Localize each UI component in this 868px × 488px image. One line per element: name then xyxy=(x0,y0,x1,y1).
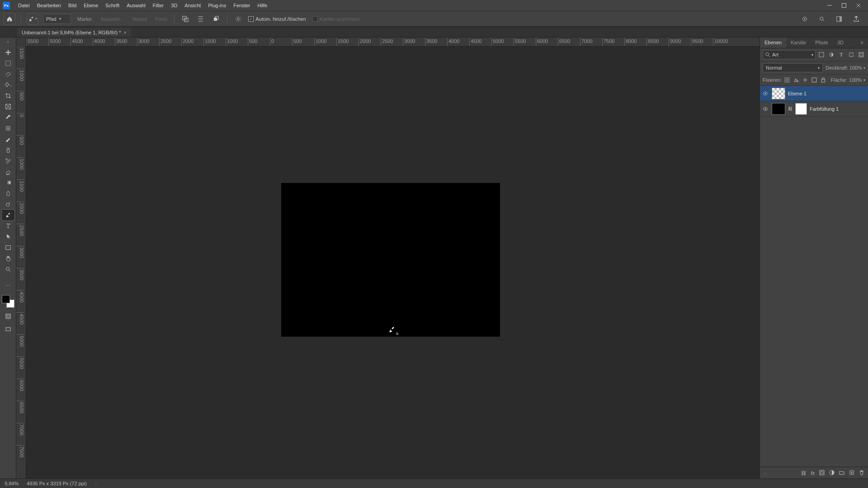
visibility-toggle-icon[interactable] xyxy=(762,90,769,97)
blend-mode-dropdown[interactable]: Normal▾ xyxy=(763,63,823,72)
vertical-ruler[interactable]: 1500100050005001000150020002500300035004… xyxy=(16,47,26,479)
menu-plug-ins[interactable]: Plug-ins xyxy=(204,1,230,9)
panel-tab-pfade[interactable]: Pfade xyxy=(811,38,833,48)
menu-filter[interactable]: Filter xyxy=(149,1,167,9)
panel-tab-3d[interactable]: 3D xyxy=(833,38,848,48)
path-operations-icon[interactable] xyxy=(180,14,191,24)
foreground-color-swatch[interactable] xyxy=(2,295,10,303)
rect-marquee-tool[interactable] xyxy=(2,58,14,69)
eraser-tool[interactable] xyxy=(2,166,14,177)
lock-image-icon[interactable] xyxy=(793,76,800,84)
panel-tab-kanäle[interactable]: Kanäle xyxy=(786,38,811,48)
layer-name[interactable]: Farbfüllung 1 xyxy=(810,106,839,112)
spot-heal-tool[interactable] xyxy=(2,123,14,134)
tool-mode-dropdown[interactable]: Pfad ▾ xyxy=(43,14,71,24)
menu-ansicht[interactable]: Ansicht xyxy=(181,1,204,9)
shape-button[interactable]: Form xyxy=(154,16,169,22)
document-canvas[interactable] xyxy=(282,183,500,336)
lasso-tool[interactable] xyxy=(2,69,14,80)
filter-adjust-icon[interactable] xyxy=(827,51,835,59)
delete-layer-icon[interactable] xyxy=(859,470,864,476)
layer-row[interactable]: ⛓ Farbfüllung 1 xyxy=(760,101,868,117)
lock-artboard-icon[interactable] xyxy=(811,76,818,84)
opacity-value[interactable]: 100% xyxy=(849,65,862,70)
lock-all-icon[interactable] xyxy=(820,76,827,84)
screen-mode-icon[interactable] xyxy=(4,325,13,334)
add-mask-icon[interactable] xyxy=(819,470,825,476)
zoom-level[interactable]: 9,84% xyxy=(5,481,19,486)
maximize-button[interactable] xyxy=(837,1,851,10)
cloud-docs-icon[interactable] xyxy=(799,14,810,24)
auto-add-delete-checkbox[interactable]: ✓ Autom. hinzuf./löschen xyxy=(248,16,306,22)
new-layer-icon[interactable] xyxy=(849,470,854,476)
path-alignment-icon[interactable] xyxy=(195,14,206,24)
path-select-tool[interactable] xyxy=(2,231,14,242)
history-brush-tool[interactable] xyxy=(2,155,14,166)
home-button[interactable] xyxy=(4,13,15,25)
canvas-stage[interactable]: o xyxy=(26,47,760,479)
rectangle-tool[interactable] xyxy=(2,242,14,253)
menu-3d[interactable]: 3D xyxy=(167,1,181,9)
filter-type-icon[interactable]: T xyxy=(837,51,845,59)
menu-schrift[interactable]: Schrift xyxy=(102,1,123,9)
menu-ebene[interactable]: Ebene xyxy=(80,1,102,9)
menu-bearbeiten[interactable]: Bearbeiten xyxy=(33,1,65,9)
clone-tool[interactable] xyxy=(2,145,14,155)
frame-tool[interactable] xyxy=(2,101,14,112)
eyedropper-tool[interactable] xyxy=(2,112,14,123)
minimize-button[interactable] xyxy=(823,1,836,10)
dodge-tool[interactable] xyxy=(2,199,14,210)
quick-mask-icon[interactable] xyxy=(4,312,13,321)
menu-auswahl[interactable]: Auswahl xyxy=(123,1,149,9)
layer-thumbnail[interactable] xyxy=(772,88,785,99)
path-arrangement-icon[interactable] xyxy=(211,14,222,24)
move-tool[interactable] xyxy=(2,47,14,58)
layer-mask-thumbnail[interactable] xyxy=(795,103,807,115)
current-tool-icon[interactable]: ▾ xyxy=(27,13,38,25)
new-group-icon[interactable] xyxy=(839,470,844,476)
menu-bild[interactable]: Bild xyxy=(65,1,80,9)
document-tab[interactable]: Unbenannt-1 bei 9,84% (Ebene 1, RGB/8#) … xyxy=(17,28,131,37)
share-icon[interactable] xyxy=(851,14,862,24)
lock-transparent-icon[interactable] xyxy=(783,76,791,84)
layer-thumbnail[interactable] xyxy=(772,103,785,115)
brush-tool[interactable] xyxy=(2,134,14,145)
pen-tool[interactable] xyxy=(2,210,14,221)
new-fill-adjust-icon[interactable] xyxy=(829,470,835,476)
toolbox-collapse-icon[interactable]: » xyxy=(4,39,12,44)
close-tab-icon[interactable]: × xyxy=(124,30,127,35)
gear-icon[interactable] xyxy=(233,14,244,24)
menu-hilfe[interactable]: Hilfe xyxy=(254,1,271,9)
selection-button[interactable]: Auswahl… xyxy=(99,16,127,22)
layer-name[interactable]: Ebene 1 xyxy=(788,91,807,96)
link-layers-icon[interactable]: ⛓ xyxy=(801,470,806,476)
layer-filter-dropdown[interactable]: Art ▾ xyxy=(763,50,816,59)
filter-smart-icon[interactable] xyxy=(857,51,865,59)
filter-pixel-icon[interactable] xyxy=(817,51,826,59)
panel-tab-ebenen[interactable]: Ebenen xyxy=(760,38,786,48)
align-edges-checkbox[interactable]: Kanten ausrichten xyxy=(311,16,362,22)
visibility-toggle-icon[interactable] xyxy=(762,105,769,113)
gradient-tool[interactable] xyxy=(2,177,14,188)
magic-wand-tool[interactable] xyxy=(2,80,14,90)
panel-menu-icon[interactable]: ≡ xyxy=(856,38,868,48)
type-tool[interactable] xyxy=(2,221,14,231)
mask-button[interactable]: Maske xyxy=(131,16,149,22)
more-tools-icon[interactable]: ⋯ xyxy=(2,280,14,291)
filter-shape-icon[interactable] xyxy=(847,51,855,59)
fill-value[interactable]: 100% xyxy=(849,77,862,83)
doc-dimensions[interactable]: 4936 Px x 3319 Px (72 ppi) xyxy=(27,481,87,486)
color-swatches[interactable] xyxy=(2,295,14,308)
link-mask-icon[interactable]: ⛓ xyxy=(788,106,793,111)
workspace-icon[interactable] xyxy=(834,14,844,24)
blur-tool[interactable] xyxy=(2,188,14,199)
menu-datei[interactable]: Datei xyxy=(14,1,33,9)
horizontal-ruler[interactable]: 5500500045004000350030002500200015001000… xyxy=(26,38,760,47)
lock-position-icon[interactable] xyxy=(802,76,809,84)
layer-row[interactable]: Ebene 1 xyxy=(760,86,868,101)
layer-fx-icon[interactable]: fx xyxy=(811,470,815,476)
status-more-icon[interactable]: 〉 xyxy=(95,481,99,487)
close-button[interactable] xyxy=(852,1,865,10)
hand-tool[interactable] xyxy=(2,253,14,264)
crop-tool[interactable] xyxy=(2,90,14,101)
